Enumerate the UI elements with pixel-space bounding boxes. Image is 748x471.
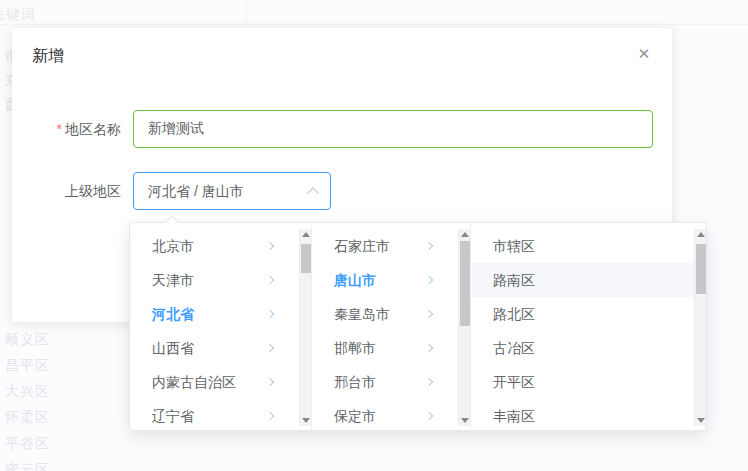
scrollbar-thumb[interactable] [301, 244, 311, 273]
cascader-option[interactable]: 古冶区 [471, 331, 706, 365]
chevron-right-icon [266, 310, 274, 318]
cascader-menu-provinces: 北京市天津市河北省山西省内蒙古自治区辽宁省 [130, 223, 312, 430]
cascader-option-label: 保定市 [334, 408, 376, 424]
cascader-option-label: 内蒙古自治区 [152, 374, 236, 390]
region-name-label: *地区名称 [12, 110, 133, 148]
cascader-option[interactable]: 路南区 [471, 263, 706, 297]
cascader-menu-cities: 石家庄市唐山市秦皇岛市邯郸市邢台市保定市 [312, 223, 471, 430]
form-item-parent-region: 上级地区 河北省 / 唐山市 [12, 172, 672, 210]
cascader-option-label: 北京市 [152, 238, 194, 254]
cascader-option[interactable]: 丰南区 [471, 399, 706, 430]
background-keyword-placeholder: 关键词 [0, 6, 36, 24]
chevron-right-icon [266, 412, 274, 420]
required-asterisk: * [57, 121, 62, 137]
cascader-option-label: 路北区 [493, 306, 535, 322]
background-region-item: 大兴区 [5, 383, 50, 401]
cascader-value: 河北省 / 唐山市 [148, 183, 244, 199]
region-name-label-text: 地区名称 [65, 121, 121, 137]
cascader-option-label: 丰南区 [493, 408, 535, 424]
background-region-item: 昌平区 [5, 357, 50, 375]
cascader-option-label: 山西省 [152, 340, 194, 356]
cascader-option[interactable]: 山西省 [130, 331, 311, 365]
close-icon[interactable]: ✕ [634, 44, 654, 64]
background-region-item: 怀柔区 [5, 409, 50, 427]
cascader-option-label: 河北省 [152, 306, 194, 322]
cascader-option[interactable]: 路北区 [471, 297, 706, 331]
region-name-input[interactable] [133, 110, 653, 148]
cascader-option[interactable]: 辽宁省 [130, 399, 311, 430]
cascader-option[interactable]: 河北省 [130, 297, 311, 331]
cascader-dropdown: 北京市天津市河北省山西省内蒙古自治区辽宁省 石家庄市唐山市秦皇岛市邯郸市邢台市保… [129, 222, 707, 431]
chevron-right-icon [266, 344, 274, 352]
cascader-option[interactable]: 北京市 [130, 229, 311, 263]
scrollbar-thumb[interactable] [696, 244, 706, 294]
cascader-option[interactable]: 市辖区 [471, 229, 706, 263]
scrollbar-thumb[interactable] [460, 241, 470, 326]
scrollbar-down-arrow[interactable] [459, 414, 471, 426]
chevron-right-icon [425, 310, 433, 318]
cascader-option-label: 石家庄市 [334, 238, 390, 254]
scrollbar-districts [694, 229, 706, 426]
scrollbar-cities [458, 229, 470, 426]
cascader-menu-districts: 市辖区路南区路北区古冶区开平区丰南区 [471, 223, 706, 430]
cascader-option[interactable]: 内蒙古自治区 [130, 365, 311, 399]
cascader-option-label: 开平区 [493, 374, 535, 390]
scrollbar-down-arrow[interactable] [695, 414, 706, 426]
cascader-option-label: 市辖区 [493, 238, 535, 254]
chevron-right-icon [266, 242, 274, 250]
cascader-option-label: 邯郸市 [334, 340, 376, 356]
background-region-item: 密云区 [5, 461, 50, 471]
chevron-right-icon [425, 378, 433, 386]
background-region-item: 顺义区 [5, 331, 50, 349]
chevron-right-icon [425, 412, 433, 420]
chevron-right-icon [425, 344, 433, 352]
chevron-right-icon [425, 242, 433, 250]
cascader-option-label: 邢台市 [334, 374, 376, 390]
cascader-option-label: 天津市 [152, 272, 194, 288]
chevron-right-icon [266, 276, 274, 284]
parent-region-cascader-input[interactable]: 河北省 / 唐山市 [133, 172, 331, 210]
cascader-option[interactable]: 唐山市 [312, 263, 470, 297]
scrollbar-up-arrow[interactable] [695, 229, 706, 241]
cascader-option-label: 古冶区 [493, 340, 535, 356]
parent-region-label-text: 上级地区 [65, 183, 121, 199]
cascader-option[interactable]: 邢台市 [312, 365, 470, 399]
cascader-option[interactable]: 石家庄市 [312, 229, 470, 263]
scrollbar-up-arrow[interactable] [300, 229, 312, 241]
parent-region-label: 上级地区 [12, 172, 133, 210]
background-region-item: 平谷区 [5, 435, 50, 453]
scrollbar-down-arrow[interactable] [300, 414, 312, 426]
scrollbar-up-arrow[interactable] [459, 229, 471, 241]
cascader-option-label: 路南区 [493, 272, 535, 288]
chevron-up-icon [307, 187, 318, 198]
cascader-option-label: 秦皇岛市 [334, 306, 390, 322]
chevron-right-icon [266, 378, 274, 386]
cascader-option[interactable]: 开平区 [471, 365, 706, 399]
cascader-option-label: 唐山市 [334, 272, 376, 288]
dialog-title: 新增 [32, 44, 64, 68]
cascader-option[interactable]: 秦皇岛市 [312, 297, 470, 331]
form-item-region-name: *地区名称 [12, 110, 672, 148]
cascader-option[interactable]: 天津市 [130, 263, 311, 297]
chevron-right-icon [425, 276, 433, 284]
background-keyword-input [0, 0, 247, 25]
cascader-option-label: 辽宁省 [152, 408, 194, 424]
cascader-menus: 北京市天津市河北省山西省内蒙古自治区辽宁省 石家庄市唐山市秦皇岛市邯郸市邢台市保… [130, 223, 706, 430]
scrollbar-provinces [299, 229, 311, 426]
cascader-option[interactable]: 邯郸市 [312, 331, 470, 365]
cascader-option[interactable]: 保定市 [312, 399, 470, 430]
